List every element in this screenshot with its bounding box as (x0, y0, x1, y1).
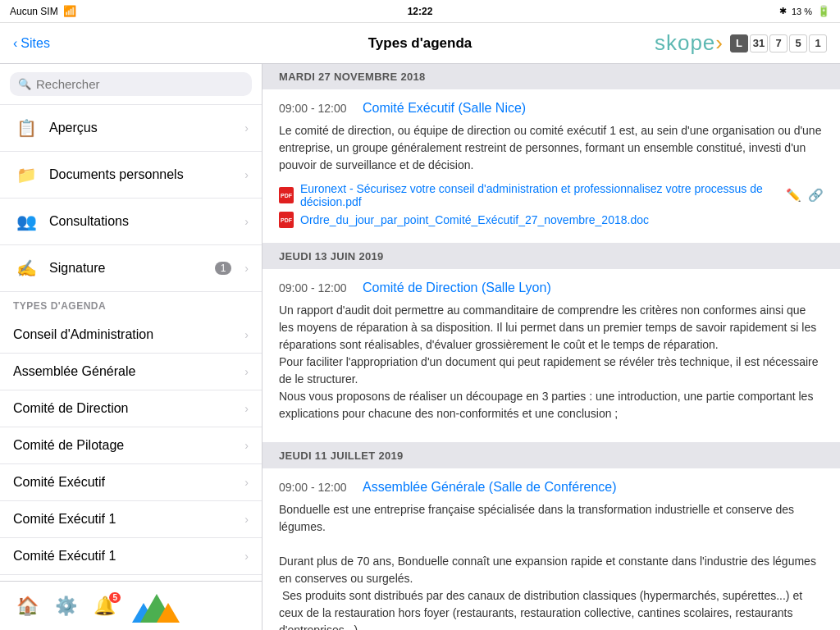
skope-logo-text: skope› (655, 30, 724, 56)
sidebar: 🔍 📋 Aperçus › 📁 Documents personnels › 👥… (0, 64, 262, 630)
search-bar: 🔍 (0, 64, 262, 105)
nav-badge-1[interactable]: 1 (809, 34, 827, 52)
conseil-label: Conseil d'Administration (13, 327, 244, 342)
sidebar-item-comite-executif-1b[interactable]: Comité Exécutif 1 › (0, 538, 262, 575)
sidebar-item-comite-executif-2[interactable]: Comité Exécutif 2 › (0, 575, 262, 581)
event-title-1[interactable]: Comité Exécutif (Salle Nice) (363, 101, 526, 116)
documents-icon: 📁 (13, 162, 39, 188)
pdf-icon-1: PDF (279, 187, 294, 203)
comite-executif-1b-label: Comité Exécutif 1 (13, 549, 244, 564)
settings-icon[interactable]: ⚙️ (55, 596, 77, 617)
consultations-label: Consultations (49, 214, 235, 229)
apercu-label: Aperçus (49, 121, 235, 135)
search-input[interactable] (36, 77, 244, 91)
conseil-chevron: › (244, 328, 249, 341)
event-description-2: Un rapport d'audit doit permettre au com… (279, 302, 824, 422)
sidebar-item-consultations[interactable]: 👥 Consultations › (0, 199, 262, 245)
status-time: 12:22 (408, 6, 433, 17)
nav-title: Types d'agenda (368, 35, 472, 52)
battery-label: 13 % (792, 7, 812, 16)
event-title-3[interactable]: Assemblée Générale (Salle de Conférence) (363, 480, 617, 495)
search-icon: 🔍 (18, 78, 31, 90)
tri-orange (157, 603, 180, 623)
comite-pilotage-chevron: › (244, 439, 249, 452)
apercu-chevron: › (244, 121, 249, 135)
assemblee-chevron: › (244, 365, 249, 378)
battery-icon: 🔋 (817, 5, 830, 17)
documents-chevron: › (244, 168, 249, 181)
event-time-title-3: 09:00 - 12:00 Assemblée Générale (Salle … (279, 480, 824, 495)
back-label: Sites (21, 36, 50, 51)
notification-wrapper[interactable]: 🔔 5 (94, 596, 116, 617)
event-time-3: 09:00 - 12:00 (279, 481, 353, 494)
comite-executif-1a-label: Comité Exécutif 1 (13, 512, 244, 527)
agenda-section-header: TYPES D'AGENDA (0, 292, 262, 317)
signature-badge: 1 (215, 262, 232, 275)
nav-badge-5[interactable]: 5 (789, 34, 807, 52)
notification-badge: 5 (109, 592, 121, 603)
comite-direction-label: Comité de Direction (13, 401, 244, 416)
event-time-title-2: 09:00 - 12:00 Comité de Direction (Salle… (279, 281, 824, 295)
carrier-label: Aucun SIM (10, 6, 58, 17)
event-card-2: 09:00 - 12:00 Comité de Direction (Salle… (262, 269, 840, 443)
attachment-link-2[interactable]: Ordre_du_jour_par_point_Comité_Exécutif_… (300, 213, 649, 226)
comite-executif-1b-chevron: › (244, 550, 249, 563)
date-header-2: JEUDI 13 JUIN 2019 (262, 244, 840, 269)
sidebar-item-comite-pilotage[interactable]: Comité de Pilotage › (0, 427, 262, 464)
comite-pilotage-label: Comité de Pilotage (13, 438, 244, 453)
main-layout: 🔍 📋 Aperçus › 📁 Documents personnels › 👥… (0, 64, 840, 630)
sidebar-item-comite-executif-1a[interactable]: Comité Exécutif 1 › (0, 501, 262, 538)
triangle-logo (132, 590, 181, 623)
event-time-1: 09:00 - 12:00 (279, 102, 353, 115)
sidebar-item-apercu[interactable]: 📋 Aperçus › (0, 105, 262, 152)
search-wrapper[interactable]: 🔍 (10, 72, 252, 96)
date-header-1: MARDI 27 NOVEMBRE 2018 (262, 64, 840, 89)
home-icon[interactable]: 🏠 (16, 596, 39, 617)
attachment-link-1[interactable]: Euronext - Sécurisez votre conseil d'adm… (300, 182, 776, 208)
attachment-actions-1: ✏️ 🔗 (786, 188, 824, 203)
documents-label: Documents personnels (49, 167, 235, 182)
attachment-1: PDF Euronext - Sécurisez votre conseil d… (279, 182, 824, 208)
sidebar-item-comite-executif[interactable]: Comité Exécutif › (0, 464, 262, 501)
status-right: ✱ 13 % 🔋 (779, 5, 830, 17)
signature-chevron: › (244, 262, 249, 275)
consultations-chevron: › (244, 215, 249, 228)
event-description-3: Bonduelle est une entreprise française s… (279, 501, 824, 630)
nav-badge-31[interactable]: 31 (750, 34, 768, 52)
sidebar-item-conseil[interactable]: Conseil d'Administration › (0, 317, 262, 354)
nav-badges: L 31 7 5 1 (730, 34, 827, 52)
content-area: MARDI 27 NOVEMBRE 2018 09:00 - 12:00 Com… (262, 64, 840, 630)
event-title-2[interactable]: Comité de Direction (Salle Lyon) (363, 281, 551, 295)
nav-logo: skope› L 31 7 5 1 (655, 30, 827, 56)
edit-icon-1[interactable]: ✏️ (786, 188, 801, 203)
comite-executif-1a-chevron: › (244, 513, 249, 526)
comite-executif-label: Comité Exécutif (13, 475, 244, 490)
comite-direction-chevron: › (244, 402, 249, 415)
date-header-3: JEUDI 11 JUILLET 2019 (262, 443, 840, 468)
sidebar-item-documents[interactable]: 📁 Documents personnels › (0, 152, 262, 199)
sidebar-list: 📋 Aperçus › 📁 Documents personnels › 👥 C… (0, 105, 262, 581)
sidebar-item-signature[interactable]: ✍️ Signature 1 › (0, 245, 262, 292)
status-left: Aucun SIM 📶 (10, 5, 76, 17)
sidebar-item-comite-direction[interactable]: Comité de Direction › (0, 390, 262, 427)
link-icon-1[interactable]: 🔗 (808, 188, 824, 203)
sidebar-bottom: 🏠 ⚙️ 🔔 5 (0, 581, 262, 630)
event-time-title-1: 09:00 - 12:00 Comité Exécutif (Salle Nic… (279, 101, 824, 116)
bluetooth-icon: ✱ (779, 6, 787, 16)
assemblee-label: Assemblée Générale (13, 364, 244, 379)
sidebar-item-assemblee[interactable]: Assemblée Générale › (0, 354, 262, 390)
nav-back-button[interactable]: ‹ Sites (13, 36, 79, 51)
consultations-icon: 👥 (13, 208, 39, 235)
event-description-1: Le comité de direction, ou équipe de dir… (279, 122, 824, 174)
nav-badge-l[interactable]: L (730, 34, 748, 52)
nav-badge-7[interactable]: 7 (769, 34, 788, 52)
nav-bar: ‹ Sites Types d'agenda skope› L 31 7 5 1 (0, 23, 840, 64)
signature-icon: ✍️ (13, 255, 39, 281)
signature-label: Signature (49, 261, 205, 276)
comite-executif-chevron: › (244, 476, 249, 489)
wifi-icon: 📶 (63, 5, 76, 17)
back-chevron-icon: ‹ (13, 36, 17, 51)
event-card-3: 09:00 - 12:00 Assemblée Générale (Salle … (262, 468, 840, 630)
apercu-icon: 📋 (13, 115, 39, 141)
attachment-2: PDF Ordre_du_jour_par_point_Comité_Exécu… (279, 212, 824, 228)
